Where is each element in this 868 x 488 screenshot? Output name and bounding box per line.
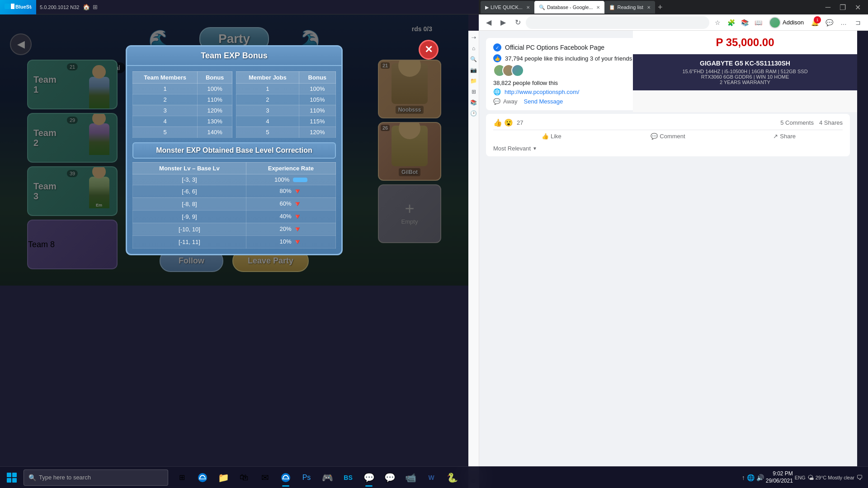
monster-exp-table: Monster Lv – Base Lv Experience Rate [-3… [132, 162, 336, 249]
tab-live-quick[interactable]: ▶ LIVE QUICK... ✕ [481, 1, 534, 14]
sidebar-home-icon[interactable]: ⌂ [469, 43, 479, 53]
table-row: [-8, 8] 60% 🔻 [133, 197, 336, 210]
like-btn-label: Like [551, 133, 561, 140]
home-icon[interactable]: 🏠 [83, 4, 90, 10]
tray-upload-icon[interactable]: ↑ [742, 474, 745, 481]
reading-list-toolbar-icon[interactable]: 📖 [752, 16, 764, 29]
like-button[interactable]: 👍 Like [493, 130, 610, 142]
down-arrow-icon: 🔻 [293, 238, 302, 246]
sidebar-stack-icon[interactable]: 📚 [469, 98, 479, 108]
down-arrow-icon: 🔻 [293, 212, 302, 221]
task-view-button[interactable]: ⊞ [172, 468, 192, 488]
send-feedback-icon[interactable]: 💬 [823, 16, 835, 29]
monster-exp-header: Monster EXP Obtained Base Level Correcti… [132, 142, 336, 159]
table-row: [-3, 3] 100% [133, 174, 336, 185]
taskbar-app-store[interactable]: 🛍 [234, 468, 254, 488]
favorites-icon[interactable]: ☆ [711, 16, 724, 29]
tab-favicon-database: 🔍 [539, 5, 545, 10]
sidebar-expand-btn[interactable]: ⇢ [469, 33, 479, 42]
profile-button[interactable]: Addison [766, 16, 807, 29]
party-close-button[interactable]: ✕ [419, 40, 439, 60]
tab-database-google[interactable]: 🔍 Database - Google... ✕ [534, 1, 605, 14]
friend-avatar-3 [511, 64, 524, 77]
taskbar-time-date[interactable]: 9:02 PM 29/06/2021 [766, 470, 793, 484]
tab-reading-list[interactable]: 📋 Reading list ✕ [604, 1, 655, 14]
extensions-icon[interactable]: 🧩 [725, 16, 737, 29]
fb-follows-text: 38,822 people follow this [493, 80, 558, 86]
exp-bonus-modal: Team EXP Bonus Team Members Bonus [126, 45, 343, 255]
sidebar-grid-icon[interactable]: ⊞ [469, 87, 479, 97]
taskbar-search-icon: 🔍 [28, 474, 36, 481]
weather-icon[interactable]: 🌤 [807, 474, 814, 481]
down-arrow-icon: 🔻 [293, 187, 302, 196]
exp-modal-overlay: Team EXP Bonus Team Members Bonus [0, 14, 468, 286]
tray-network-icon[interactable]: 🌐 [747, 474, 755, 481]
comments-count: 5 Comments [780, 119, 814, 126]
exp-modal-title: Team EXP Bonus [127, 47, 341, 66]
taskbar-app-messenger[interactable]: 💬 [380, 468, 400, 488]
taskbar-app-edge[interactable] [193, 468, 212, 488]
browser-minimize[interactable]: ─ [822, 3, 834, 11]
tab-close-live[interactable]: ✕ [526, 5, 530, 10]
taskbar-app-photoshop[interactable]: Ps [297, 468, 316, 488]
col-jobs-bonus: Bonus [299, 71, 335, 83]
language-indicator[interactable]: ENG [795, 475, 806, 480]
address-bar[interactable] [526, 16, 709, 29]
titlebar-icons: 🏠 ⊞ [83, 4, 98, 10]
browser-restore[interactable]: ❐ [836, 3, 849, 12]
taskbar-app-zoom[interactable]: 📹 [401, 468, 420, 488]
fb-url-link[interactable]: http://www.pcoptionsph.com/ [505, 89, 579, 95]
start-button[interactable] [2, 468, 22, 488]
member-jobs-table: Member Jobs Bonus 1100% 2105% 3110% 4115… [236, 71, 336, 138]
table-row: 3110% [236, 105, 336, 116]
new-tab-button[interactable]: + [655, 3, 665, 12]
notification-center-icon[interactable]: 🗨 [856, 474, 863, 481]
clock-date: 29/06/2021 [766, 478, 793, 485]
sidebar-camera-icon[interactable]: 📷 [469, 65, 479, 75]
engagement-buttons: 👍 Like 💬 Comment ↗ Share [493, 130, 843, 142]
forward-nav-button[interactable]: ▶ [497, 16, 509, 29]
table-row: 3120% [133, 105, 232, 116]
tab-close-reading[interactable]: ✕ [647, 5, 651, 10]
collections-icon[interactable]: 📚 [738, 16, 751, 29]
taskbar-app-bluestacks[interactable]: BS [338, 468, 358, 488]
col-exp-rate: Experience Rate [246, 162, 335, 174]
share-btn-icon: ↗ [773, 133, 778, 140]
tray-volume-icon[interactable]: 🔊 [756, 474, 764, 481]
back-nav-button[interactable]: ◀ [482, 16, 495, 29]
sidebar-folder-icon[interactable]: 📁 [469, 76, 479, 86]
game-viewport: ◀ 🌊 🌊 Party ⚙ Sewer Vault–Normal ? rds 0… [0, 14, 468, 286]
taskbar-app-discord[interactable]: 💬 [359, 468, 379, 488]
profile-name: Addison [783, 19, 804, 26]
product-section: P 35,000.00 GIGABYTE G5 KC-5S11130SH 15.… [633, 31, 857, 112]
comment-button[interactable]: 💬 Comment [610, 130, 726, 142]
post-engagement: 👍 😮 27 5 Comments 4 Shares 👍 Like 💬 Comm… [486, 114, 850, 156]
refresh-button[interactable]: ↻ [511, 16, 524, 29]
table-row: 1100% [133, 83, 232, 94]
taskbar-app-edge2[interactable] [276, 468, 296, 488]
sidebar-search-icon[interactable]: 🔍 [469, 54, 479, 64]
send-message-link[interactable]: Send Message [524, 98, 563, 105]
svg-point-4 [281, 473, 290, 482]
sidebar-history-icon[interactable]: 🕑 [469, 108, 479, 118]
share-button[interactable]: ↗ Share [726, 130, 843, 142]
taskbar-search[interactable]: 🔍 Type here to search [24, 469, 168, 486]
taskbar-app-other[interactable]: 🐍 [442, 468, 462, 488]
exp-tables-wrapper: Team Members Bonus 1100% 2110% 3120% 413… [132, 71, 336, 138]
notification-wrapper: 🔔 1 [808, 16, 821, 29]
taskbar-app-explorer[interactable]: 📁 [213, 468, 233, 488]
sidebar-icon[interactable]: ⊐ [852, 16, 864, 29]
product-spec-2: RTX3060 6GB GDDR6 | WIN 10 HOME [638, 74, 852, 80]
tab-close-database[interactable]: ✕ [596, 5, 600, 10]
taskbar-app-mail[interactable]: ✉ [255, 468, 275, 488]
taskbar-search-placeholder: Type here to search [39, 474, 91, 481]
globe-icon: 🌐 [493, 88, 501, 95]
taskbar-app-word[interactable]: W [421, 468, 441, 488]
tab-favicon-live: ▶ [485, 5, 489, 10]
taskbar-app-gamepad[interactable]: 🎮 [317, 468, 337, 488]
layers-icon[interactable]: ⊞ [93, 4, 98, 10]
browser-close[interactable]: ✕ [851, 3, 864, 12]
close-x-icon: ✕ [425, 44, 433, 56]
settings-more-icon[interactable]: … [837, 16, 850, 29]
taskbar-apps: ⊞ 📁 🛍 ✉ Ps 🎮 BS 💬 💬 📹 W 🐍 [172, 468, 462, 488]
